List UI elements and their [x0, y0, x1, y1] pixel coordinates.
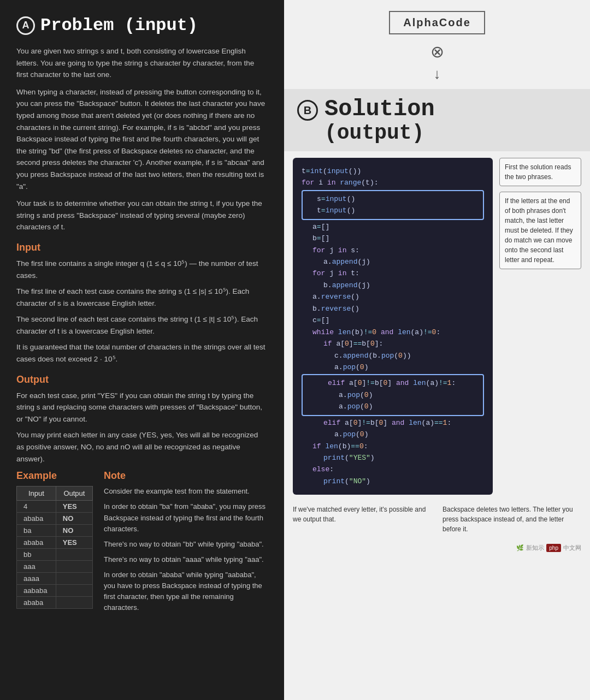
alphacode-header: AlphaCode ⊗ ↓: [284, 0, 590, 89]
watermark-icon: 🌿: [516, 544, 524, 551]
solution-title-line2: (output): [324, 122, 435, 145]
problem-description: You are given two strings s and t, both …: [16, 45, 268, 233]
solution-title-text: Solution (output): [324, 97, 435, 145]
code-line-for-j-t: for j in t:: [302, 268, 484, 279]
input-p3: The second line of each test case contai…: [16, 313, 268, 337]
code-line-elif1: elif a[0]!=b[0] and len(a)!=1:: [306, 377, 480, 389]
problem-label-circle: A: [16, 16, 35, 35]
table-row: bb: [17, 549, 93, 561]
table-row: aaa: [17, 561, 93, 573]
code-area: t=int(input()) for i in range(t): s=inpu…: [284, 151, 590, 541]
input-cell: 4: [17, 501, 56, 513]
code-line-print-no: print("NO"): [302, 476, 484, 487]
problem-title-row: A Problem (input): [16, 15, 268, 35]
problem-title: Problem (input): [40, 15, 198, 35]
example-section: Example Input Output 4 YES ababa NO: [16, 470, 93, 618]
note-content: Consider the example test from the state…: [104, 486, 268, 613]
col-output-header: Output: [56, 487, 92, 501]
input-cell: aaa: [17, 561, 56, 573]
code-line-append-j-b: b.append(j): [302, 280, 484, 291]
output-section-content: For each test case, print "YES" if you c…: [16, 390, 268, 465]
code-top-row: t=int(input()) for i in range(t): s=inpu…: [293, 158, 581, 495]
note-section: Note Consider the example test from the …: [104, 470, 268, 618]
code-block-main: t=int(input()) for i in range(t): s=inpu…: [293, 158, 493, 495]
code-line-print-yes: print("YES"): [302, 452, 484, 464]
note-p4: There's no way to obtain "aaaa" while ty…: [104, 554, 268, 565]
code-line-b-rev: b.reverse(): [302, 303, 484, 315]
table-row: 4 YES: [17, 501, 93, 513]
watermark: 🌿 新知示 php 中文网: [516, 544, 581, 552]
code-elif-block: elif a[0]!=b[0] and len(a)!=1: a.pop(0) …: [302, 374, 484, 416]
left-panel: A Problem (input) You are given two stri…: [0, 0, 284, 700]
input-cell: ababa: [17, 537, 56, 549]
solution-title-area: B Solution (output): [284, 89, 590, 151]
gear-icon: ⊗: [430, 43, 444, 61]
code-line-for-j-s: for j in s:: [302, 245, 484, 256]
gear-icon-wrap: ⊗: [430, 42, 444, 61]
code-line-if-eq: if a[0]==b[0]:: [302, 338, 484, 349]
code-line-a: a=[]: [302, 221, 484, 233]
note-p5: In order to obtain "ababa" while typing …: [104, 570, 268, 614]
table-row: aababa: [17, 585, 93, 597]
watermark-area: 🌿 新知示 php 中文网: [284, 541, 590, 555]
code-line-else: else:: [302, 464, 484, 475]
code-line-b: b=[]: [302, 233, 484, 244]
input-cell: aababa: [17, 585, 56, 597]
col-input-header: Input: [17, 487, 56, 501]
down-arrow-icon: ↓: [434, 66, 441, 82]
alphacode-label: AlphaCode: [389, 11, 485, 34]
input-cell: ababa: [17, 513, 56, 525]
output-cell: YES: [56, 501, 92, 513]
code-line-a-pop3: a.pop(0): [306, 401, 480, 412]
table-row: ababa YES: [17, 537, 93, 549]
bottom-annotation-left: If we've matched every letter, it's poss…: [293, 505, 432, 534]
code-line-a-pop4: a.pop(0): [302, 429, 484, 440]
bottom-annotations-row: If we've matched every letter, it's poss…: [293, 499, 581, 534]
output-p1: For each test case, print "YES" if you c…: [16, 390, 268, 425]
table-row: ababa: [17, 597, 93, 609]
code-line-t: t=input(): [306, 205, 480, 216]
input-p1: The first line contains a single integer…: [16, 258, 268, 281]
example-table: Input Output 4 YES ababa NO ba N: [16, 486, 93, 609]
solution-title-line1: Solution: [324, 97, 435, 122]
code-line-a-pop1: a.pop(0): [302, 361, 484, 373]
input-section-content: The first line contains a single integer…: [16, 258, 268, 365]
output-cell: NO: [56, 525, 92, 537]
code-line-if-len-b: if len(b)==0:: [302, 441, 484, 452]
input-p2: The first line of each test case contain…: [16, 286, 268, 309]
note-p1: Consider the example test from the state…: [104, 486, 268, 497]
code-line-1: t=int(input()): [302, 165, 484, 177]
table-row: ababa NO: [17, 513, 93, 525]
code-line-elif2: elif a[0]!=b[0] and len(a)==1:: [302, 417, 484, 429]
desc-p1: You are given two strings s and t, both …: [16, 45, 268, 81]
example-title: Example: [16, 470, 93, 482]
right-annotation: First the solution reads the two phrases…: [499, 158, 581, 269]
code-block-s-t: s=input() t=input(): [302, 190, 484, 220]
table-row: aaaa: [17, 573, 93, 585]
solution-label-circle: B: [297, 100, 318, 121]
code-line-a-rev: a.reverse(): [302, 291, 484, 302]
annotation-box-right: If the letters at the end of both phrase…: [499, 192, 581, 269]
input-cell: ababa: [17, 597, 56, 609]
input-cell: bb: [17, 549, 56, 561]
code-line-append-j-a: a.append(j): [302, 256, 484, 268]
output-cell: NO: [56, 513, 92, 525]
input-cell: ba: [17, 525, 56, 537]
note-p2: In order to obtain "ba" from "ababa", yo…: [104, 501, 268, 534]
note-title: Note: [104, 470, 268, 482]
code-line-2: for i in range(t):: [302, 177, 484, 188]
code-line-while: while len(b)!=0 and len(a)!=0:: [302, 327, 484, 338]
code-line-c: c=[]: [302, 315, 484, 326]
output-p2: You may print each letter in any case (Y…: [16, 429, 268, 465]
annotation-box-top: First the solution reads the two phrases…: [499, 158, 581, 186]
right-panel: AlphaCode ⊗ ↓ B Solution (output) t=int(…: [284, 0, 590, 700]
output-cell: YES: [56, 537, 92, 549]
table-row: ba NO: [17, 525, 93, 537]
right-panel-inner: AlphaCode ⊗ ↓ B Solution (output) t=int(…: [284, 0, 590, 555]
input-section-title: Input: [16, 242, 268, 253]
zhongwen-text: 中文网: [563, 544, 581, 552]
watermark-text: 新知示: [526, 544, 544, 552]
note-p3: There's no way to obtain "bb" while typi…: [104, 539, 268, 550]
code-line-a-pop2: a.pop(0): [306, 389, 480, 401]
input-cell: aaaa: [17, 573, 56, 585]
